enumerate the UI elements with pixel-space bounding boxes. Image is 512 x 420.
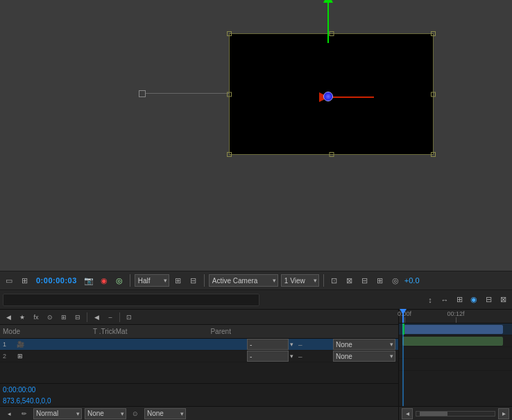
layer-mode-select-2[interactable]: -	[247, 351, 289, 362]
bottom-none-wrap-1[interactable]: None	[85, 408, 126, 419]
region-of-interest-icon[interactable]: ▭	[3, 274, 15, 287]
x-axis-arrow	[329, 96, 374, 98]
quality-icon[interactable]: fx	[30, 311, 42, 324]
separator-3	[323, 274, 324, 287]
blending-icon[interactable]: ⊞	[58, 311, 70, 324]
view-mask-icon[interactable]: ◎	[113, 274, 126, 287]
camera-dropdown[interactable]: Active Camera	[209, 274, 278, 287]
camera-null-indicator	[139, 90, 146, 97]
view-dropdown[interactable]: 1 View	[281, 274, 319, 287]
handle-middle-right[interactable]	[431, 92, 436, 96]
view-dropdown-wrap[interactable]: 1 View	[281, 274, 319, 287]
trickmat-header: T .TrickMat	[93, 328, 127, 335]
layer-position-row: 873.6,540.0,0,0	[0, 395, 398, 406]
adjustment-icon[interactable]: ⊠	[497, 294, 509, 306]
solo-icon[interactable]: ◉	[468, 294, 480, 306]
bottom-none-select-2[interactable]: None	[144, 408, 186, 419]
composition-viewport	[0, 0, 512, 271]
layer-sep-2	[119, 312, 120, 322]
viewer-control-bar: ▭ ⊞ 0:00:00:03 📷 ◉ ◎ Half ⊞ ⊟ Active Cam…	[0, 271, 512, 290]
scroll-right-btn[interactable]: ▸	[498, 408, 509, 419]
layer-parent-wrap[interactable]: None	[333, 339, 395, 350]
continuous-rasterize-icon[interactable]: ★	[16, 311, 28, 324]
layer-mode-wrap-2[interactable]: -	[247, 351, 296, 362]
camera-dropdown-wrap[interactable]: Active Camera	[209, 274, 278, 287]
lock-icon[interactable]: –	[104, 311, 117, 324]
resolution-icon-1[interactable]: ⊞	[172, 274, 185, 287]
handle-bottom-middle[interactable]	[329, 152, 334, 157]
exposure-value: +0.0	[404, 276, 420, 285]
current-time-display[interactable]: 0:00:00:03	[36, 276, 77, 285]
track-row-1	[399, 324, 512, 335]
3d-icon[interactable]: ⊟	[71, 311, 84, 324]
layer-position-display: 873.6,540.0,0,0	[3, 397, 51, 405]
track-bar-2[interactable]	[402, 337, 503, 346]
parent-link-icon[interactable]: ⊞	[453, 294, 466, 306]
layer-parent-select-2[interactable]: None	[333, 351, 395, 362]
comp-switches-icon[interactable]: ↕	[424, 294, 436, 306]
bottom-none-select-1[interactable]: None	[85, 408, 126, 419]
quality-dropdown[interactable]: Half	[135, 274, 169, 287]
layer-time-value-row: 0:00:00:00	[0, 383, 398, 395]
y-axis-arrow	[327, 3, 329, 43]
snapshot-icon[interactable]: 📷	[83, 274, 95, 287]
resolution-icon-2[interactable]: ⊟	[187, 274, 200, 287]
track-row-4	[399, 359, 512, 371]
tracks-scrollbar: ◂ ▸	[399, 406, 512, 420]
camera-connection-line	[146, 93, 229, 94]
layer-sep-1	[87, 312, 87, 322]
tracks-panel: 0:00f 00:12f	[399, 310, 512, 420]
handle-bottom-right[interactable]	[431, 152, 436, 157]
solo-layer-icon[interactable]: ◀	[90, 311, 103, 324]
bottom-none-wrap-2[interactable]: None	[144, 408, 186, 419]
color-correct-icon[interactable]: ◉	[98, 274, 110, 287]
toggle-hold-icon[interactable]: ↔	[438, 294, 451, 306]
ruler-tick-mark1	[456, 317, 456, 323]
scroll-track[interactable]	[416, 411, 495, 417]
grid-transparency-icon[interactable]: ⊞	[18, 274, 31, 287]
pixel-aspect-ratio-icon[interactable]: ⊞	[374, 274, 386, 287]
ruler-track: 0:00f 00:12f	[399, 309, 512, 323]
track-row-3	[399, 347, 512, 359]
quality-dropdown-wrap[interactable]: Half	[135, 274, 169, 287]
timeline-panel: ↕ ↔ ⊞ ◉ ⊟ ⊠ ◀ ★ fx ⊙ ⊞ ⊟ ◀ – ⊡	[0, 290, 512, 420]
timeline-main: ◀ ★ fx ⊙ ⊞ ⊟ ◀ – ⊡ Mode T .TrickMat Pare…	[0, 310, 512, 420]
layer-row[interactable]: 2 ⊞ - – None	[0, 351, 398, 362]
layer-parent-select[interactable]: None	[333, 339, 395, 350]
scroll-thumb[interactable]	[420, 412, 447, 416]
label-icon[interactable]: ⊡	[123, 311, 135, 324]
handle-bottom-left[interactable]	[227, 152, 232, 157]
layers-panel: ◀ ★ fx ⊙ ⊞ ⊟ ◀ – ⊡ Mode T .TrickMat Pare…	[0, 310, 399, 420]
scroll-left-btn[interactable]: ◂	[402, 408, 413, 419]
handle-middle-left[interactable]	[227, 92, 232, 96]
track-bar-1[interactable]	[402, 325, 503, 334]
playhead-line[interactable]	[402, 309, 404, 323]
layer-mode-wrap[interactable]: -	[247, 339, 296, 350]
layer-parent-wrap-2[interactable]: None	[333, 351, 395, 362]
effects-icon[interactable]: ⊙	[44, 311, 56, 324]
bottom-mode-wrap[interactable]: Normal	[33, 408, 82, 419]
view-options-icon[interactable]: ⊡	[328, 274, 341, 287]
proportional-grid-icon[interactable]: ⊟	[359, 274, 371, 287]
pencil-icon[interactable]: ✏	[18, 408, 31, 420]
bottom-mode-select[interactable]: Normal	[33, 408, 82, 419]
circle-icon[interactable]: ⊙	[129, 408, 142, 420]
handle-top-middle[interactable]	[329, 31, 334, 36]
parent-header: Parent	[210, 328, 273, 335]
title-action-safe-icon[interactable]: ⊠	[343, 274, 356, 287]
layer-number-2: 2	[3, 353, 15, 360]
motion-blur-icon[interactable]: ◎	[389, 274, 402, 287]
handle-top-right[interactable]	[431, 31, 436, 36]
timeline-ruler: 0:00f 00:12f	[399, 310, 512, 324]
separator-1	[130, 274, 130, 287]
handle-top-left[interactable]	[227, 31, 232, 36]
mode-header: Mode	[3, 328, 51, 335]
motion-blur-tl-icon[interactable]: ⊟	[482, 294, 495, 306]
layer-mode-select[interactable]: -	[247, 339, 289, 350]
layer-search-bar[interactable]	[3, 294, 259, 306]
add-layer-icon[interactable]: ◂	[3, 408, 15, 420]
layer-time-display: 0:00:00:00	[3, 386, 35, 394]
z-axis-pivot	[323, 92, 333, 101]
shy-icon[interactable]: ◀	[2, 311, 15, 324]
layer-row[interactable]: 1 🎥 - – None	[0, 339, 398, 351]
